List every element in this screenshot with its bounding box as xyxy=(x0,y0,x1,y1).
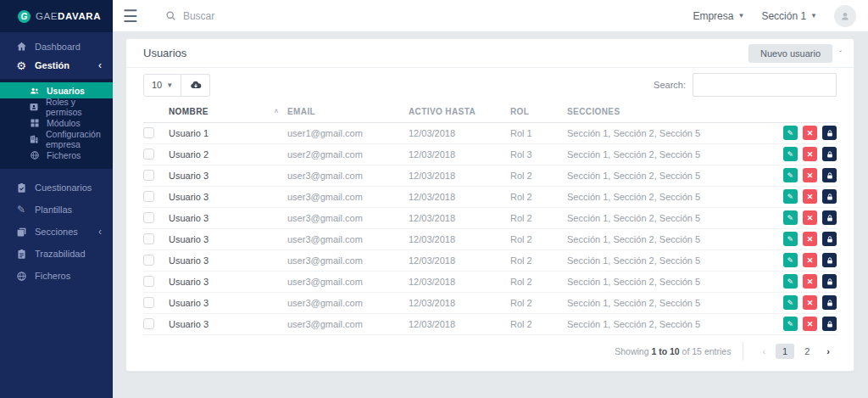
cell-rol: Rol 1 xyxy=(510,122,567,143)
column-header-secciones[interactable]: SECCIONES xyxy=(567,102,750,122)
cell-rol: Rol 2 xyxy=(510,271,567,292)
delete-button[interactable]: ✕ xyxy=(803,295,817,310)
company-menu[interactable]: Empresa ▼ xyxy=(693,10,744,22)
export-button[interactable] xyxy=(181,74,210,97)
brand-logo[interactable]: G GAEDAVARA xyxy=(0,0,113,32)
row-checkbox[interactable] xyxy=(143,149,154,160)
row-checkbox[interactable] xyxy=(143,255,154,266)
sidebar-item-dashboard[interactable]: Dashboard xyxy=(0,32,113,54)
sidebar: G GAEDAVARA Dashboard ⚙ Gestión ‹ Usuari… xyxy=(0,0,113,398)
cell-secciones: Sección 1, Sección 2, Sección 5 xyxy=(567,143,750,165)
table-search-input[interactable] xyxy=(693,73,837,97)
row-checkbox-cell xyxy=(143,228,169,249)
lock-button[interactable] xyxy=(822,147,837,161)
table-footer: Showing 1 to 10 of 15 entries ‹ 1 2 › xyxy=(615,342,837,361)
edit-button[interactable]: ✎ xyxy=(783,295,798,310)
clipboard-check-icon xyxy=(15,182,27,193)
sidebar-item-label: Trazabilidad xyxy=(35,249,86,259)
page-2-button[interactable]: 2 xyxy=(798,344,816,359)
edit-button[interactable]: ✎ xyxy=(783,210,798,225)
pencil-icon: ✎ xyxy=(787,235,794,244)
lock-button[interactable] xyxy=(822,274,837,289)
x-icon: ✕ xyxy=(807,256,814,265)
section-menu[interactable]: Sección 1 ▼ xyxy=(761,10,817,22)
prev-page-button[interactable]: ‹ xyxy=(755,344,772,359)
row-checkbox[interactable] xyxy=(143,276,154,287)
edit-button[interactable]: ✎ xyxy=(783,147,798,161)
delete-button[interactable]: ✕ xyxy=(803,232,817,246)
lock-button[interactable] xyxy=(822,317,837,331)
delete-button[interactable]: ✕ xyxy=(803,210,817,225)
column-header-email[interactable]: EMAIL xyxy=(287,102,409,122)
sidebar-item-trazabilidad[interactable]: Trazabilidad xyxy=(0,243,113,265)
sidebar-item-plantillas[interactable]: ✎ Plantillas xyxy=(0,199,113,221)
cell-email: user1@gmail.com xyxy=(287,122,409,143)
sidebar-item-configuracion-empresa[interactable]: Configuración empresa xyxy=(0,131,113,147)
column-header-rol[interactable]: ROL xyxy=(510,102,567,122)
page-size-value: 10 xyxy=(152,80,162,90)
row-checkbox-cell xyxy=(143,143,169,165)
cell-email: user3@gmail.com xyxy=(287,249,409,271)
edit-button[interactable]: ✎ xyxy=(783,253,798,267)
row-checkbox[interactable] xyxy=(143,318,154,329)
edit-button[interactable]: ✎ xyxy=(783,232,798,246)
cell-rol: Rol 3 xyxy=(510,143,567,165)
lock-button[interactable] xyxy=(822,253,837,267)
edit-button[interactable]: ✎ xyxy=(783,168,798,182)
table-row: Usuario 3 user3@gmail.com 12/03/2018 Rol… xyxy=(143,165,838,186)
next-page-button[interactable]: › xyxy=(820,344,837,359)
edit-button[interactable]: ✎ xyxy=(783,274,798,289)
edit-button[interactable]: ✎ xyxy=(783,189,798,204)
sidebar-item-gestion[interactable]: ⚙ Gestión ‹ xyxy=(0,54,113,76)
sidebar-item-ficheros[interactable]: Ficheros xyxy=(0,265,113,287)
row-checkbox-cell xyxy=(143,207,169,228)
delete-button[interactable]: ✕ xyxy=(803,274,817,289)
lock-button[interactable] xyxy=(822,189,837,204)
delete-button[interactable]: ✕ xyxy=(803,126,817,140)
chevron-down-icon[interactable]: ˇ xyxy=(839,49,842,58)
lock-button[interactable] xyxy=(822,168,837,182)
sidebar-item-cuestionarios[interactable]: Cuestionarios xyxy=(0,177,113,199)
hamburger-icon[interactable]: ☰ xyxy=(113,8,150,25)
cell-email: user3@gmail.com xyxy=(287,228,409,249)
x-icon: ✕ xyxy=(807,129,814,137)
clipboard-icon xyxy=(15,249,27,260)
sidebar-item-label: Dashboard xyxy=(35,42,81,52)
caret-down-icon: ▼ xyxy=(810,12,817,20)
row-checkbox[interactable] xyxy=(143,191,154,202)
sidebar-item-roles[interactable]: Roles y permisos xyxy=(0,98,113,115)
table-header-row: NOMBRE ˄ EMAIL ACTIVO HASTA ROL SECCIONE… xyxy=(143,102,838,122)
delete-button[interactable]: ✕ xyxy=(803,317,817,331)
lock-button[interactable] xyxy=(822,295,837,310)
delete-button[interactable]: ✕ xyxy=(803,168,817,182)
delete-button[interactable]: ✕ xyxy=(803,253,817,267)
column-header-activo-hasta[interactable]: ACTIVO HASTA xyxy=(409,102,510,122)
sidebar-item-secciones[interactable]: Secciones ‹ xyxy=(0,221,113,243)
delete-button[interactable]: ✕ xyxy=(803,189,817,204)
lock-button[interactable] xyxy=(822,232,837,246)
row-actions: ✎ ✕ xyxy=(750,292,838,313)
cell-activo-hasta: 12/03/2018 xyxy=(409,165,510,186)
row-checkbox[interactable] xyxy=(143,127,154,138)
row-checkbox[interactable] xyxy=(143,297,154,308)
avatar[interactable] xyxy=(834,5,856,27)
lock-icon xyxy=(826,214,834,222)
lock-button[interactable] xyxy=(822,126,837,140)
row-checkbox[interactable] xyxy=(143,233,154,244)
row-checkbox[interactable] xyxy=(143,170,154,181)
sidebar-item-ficheros-gestion[interactable]: Ficheros xyxy=(0,147,113,163)
row-checkbox[interactable] xyxy=(143,212,154,223)
edit-button[interactable]: ✎ xyxy=(783,126,798,140)
global-search-input[interactable] xyxy=(183,10,310,22)
home-icon xyxy=(15,41,27,52)
new-user-button[interactable]: Nuevo usuario xyxy=(748,44,832,63)
delete-button[interactable]: ✕ xyxy=(803,147,817,161)
page-size-select[interactable]: 10 ▼ xyxy=(143,74,181,97)
column-header-nombre[interactable]: NOMBRE ˄ xyxy=(169,102,287,122)
gear-icon: ⚙ xyxy=(15,59,27,72)
table-row: Usuario 3 user3@gmail.com 12/03/2018 Rol… xyxy=(143,313,838,334)
lock-icon xyxy=(826,150,834,159)
edit-button[interactable]: ✎ xyxy=(783,317,798,331)
lock-button[interactable] xyxy=(822,210,837,225)
page-1-button[interactable]: 1 xyxy=(776,344,794,359)
